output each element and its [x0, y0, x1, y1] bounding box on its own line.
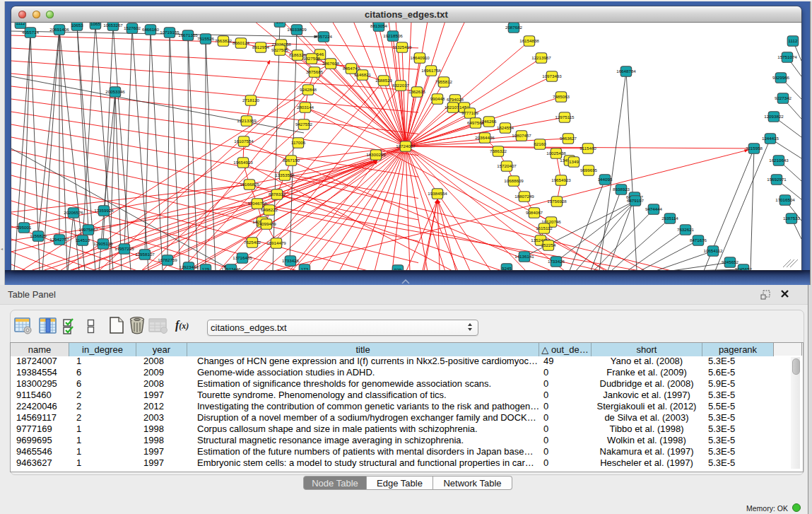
svg-text:6497568: 6497568	[467, 120, 485, 125]
svg-text:6794028: 6794028	[447, 97, 464, 102]
svg-text:160: 160	[276, 23, 284, 24]
svg-text:16782759: 16782759	[158, 257, 177, 262]
svg-text:8471676: 8471676	[690, 238, 707, 243]
svg-text:7663822: 7663822	[215, 38, 233, 43]
svg-text:1112: 1112	[789, 38, 798, 43]
svg-text:12942757: 12942757	[49, 237, 69, 242]
svg-text:10654112: 10654112	[703, 248, 723, 253]
svg-text:19654923: 19654923	[551, 177, 571, 182]
svg-text:1287533: 1287533	[783, 216, 801, 221]
svg-text:929: 929	[394, 267, 402, 270]
svg-text:10688609: 10688609	[504, 178, 524, 183]
svg-text:20206576: 20206576	[64, 210, 83, 215]
svg-text:1244415: 1244415	[762, 136, 779, 141]
svg-text:1112: 1112	[16, 23, 25, 25]
svg-text:395001: 395001	[17, 225, 32, 230]
svg-text:10973493: 10973493	[542, 74, 562, 78]
svg-text:173: 173	[301, 267, 309, 270]
svg-text:7485063: 7485063	[553, 94, 570, 99]
svg-text:2087682: 2087682	[505, 25, 523, 30]
svg-text:16033809: 16033809	[287, 27, 307, 32]
svg-text:16671355: 16671355	[178, 33, 198, 37]
svg-text:9474444: 9474444	[645, 206, 663, 211]
svg-text:7515526: 7515526	[197, 36, 215, 41]
svg-text:9699695: 9699695	[580, 168, 598, 173]
svg-text:7955812: 7955812	[435, 79, 453, 84]
svg-text:19166825: 19166825	[240, 182, 259, 187]
svg-text:1527602: 1527602	[124, 25, 141, 30]
svg-text:9329966: 9329966	[772, 75, 790, 80]
svg-text:17957225: 17957225	[114, 246, 134, 251]
svg-text:9146821: 9146821	[354, 72, 372, 77]
svg-text:12975115: 12975115	[555, 115, 575, 119]
svg-text:19218506: 19218506	[383, 33, 403, 38]
svg-text:9463627: 9463627	[560, 136, 577, 141]
svg-text:3215958: 3215958	[746, 146, 763, 151]
svg-text:2935114: 2935114	[661, 216, 678, 221]
svg-text:17359924: 17359924	[94, 208, 114, 213]
svg-text:19756928: 19756928	[547, 199, 567, 204]
svg-text:9245652: 9245652	[722, 259, 739, 264]
svg-text:1733426: 1733426	[548, 259, 565, 264]
svg-text:9327508: 9327508	[303, 56, 321, 61]
svg-text:7357224: 7357224	[315, 34, 333, 39]
svg-text:4055714: 4055714	[22, 30, 40, 35]
svg-text:990448: 990448	[430, 96, 445, 101]
svg-text:1349: 1349	[569, 159, 579, 164]
svg-text:8322037: 8322037	[392, 83, 410, 88]
svg-text:16648784: 16648784	[616, 69, 636, 74]
svg-text:12923446: 12923446	[179, 264, 199, 269]
svg-text:18807249: 18807249	[514, 194, 534, 199]
svg-text:10807457: 10807457	[512, 133, 531, 138]
svg-text:19975867: 19975867	[78, 227, 98, 232]
svg-text:6479197: 6479197	[627, 198, 645, 203]
svg-text:9245652: 9245652	[735, 267, 753, 270]
svg-text:17016504: 17016504	[775, 197, 795, 202]
svg-text:1615112: 1615112	[536, 226, 553, 230]
svg-text:12213369: 12213369	[237, 118, 257, 123]
svg-text:1588520: 1588520	[375, 78, 393, 83]
svg-text:16154838: 16154838	[519, 38, 539, 43]
svg-text:14136141: 14136141	[514, 254, 534, 259]
svg-text:18300295: 18300295	[366, 152, 386, 157]
svg-text:9242848: 9242848	[300, 87, 317, 92]
svg-text:1065: 1065	[90, 23, 100, 26]
svg-text:8660124: 8660124	[233, 40, 250, 45]
svg-text:15720407: 15720407	[497, 163, 517, 168]
svg-text:8938923: 8938923	[613, 187, 630, 192]
svg-text:10653267: 10653267	[103, 23, 123, 28]
svg-text:8813054: 8813054	[370, 23, 388, 28]
svg-text:18640910: 18640910	[410, 55, 430, 60]
svg-text:16914479: 16914479	[266, 240, 286, 245]
svg-text:9245: 9245	[502, 266, 512, 270]
svg-text:7632621: 7632621	[677, 227, 695, 232]
svg-text:10653: 10653	[71, 23, 83, 28]
svg-text:10025438: 10025438	[546, 151, 566, 156]
svg-text:10719155: 10719155	[160, 30, 180, 35]
svg-text:3875685: 3875685	[306, 69, 324, 74]
svg-text:11325419: 11325419	[392, 45, 412, 49]
svg-text:8267150: 8267150	[283, 158, 300, 163]
svg-text:13716485: 13716485	[233, 255, 252, 260]
svg-text:1362615: 1362615	[408, 89, 426, 94]
svg-text:9084067: 9084067	[526, 210, 543, 215]
svg-text:19384554: 19384554	[428, 191, 447, 196]
svg-text:9227342: 9227342	[775, 95, 792, 100]
svg-text:144095: 144095	[598, 177, 613, 182]
svg-text:129: 129	[202, 267, 210, 270]
svg-text:1733426: 1733426	[282, 258, 300, 263]
svg-text:8912954: 8912954	[252, 45, 270, 49]
svg-text:20691406: 20691406	[49, 27, 69, 32]
svg-text:12905135: 12905135	[93, 241, 113, 246]
svg-text:9115460: 9115460	[579, 146, 596, 151]
svg-text:9777109: 9777109	[461, 110, 479, 115]
svg-text:9427552: 9427552	[295, 122, 313, 127]
svg-text:16210643: 16210643	[769, 158, 789, 163]
svg-text:6466160: 6466160	[142, 27, 160, 32]
svg-text:2803144: 2803144	[297, 105, 314, 110]
svg-text:117006: 117006	[291, 140, 306, 145]
svg-text:62160: 62160	[534, 141, 546, 146]
svg-text:16961758: 16961758	[421, 68, 441, 73]
svg-text:15751074: 15751074	[777, 54, 797, 59]
svg-text:15692971: 15692971	[767, 177, 787, 182]
